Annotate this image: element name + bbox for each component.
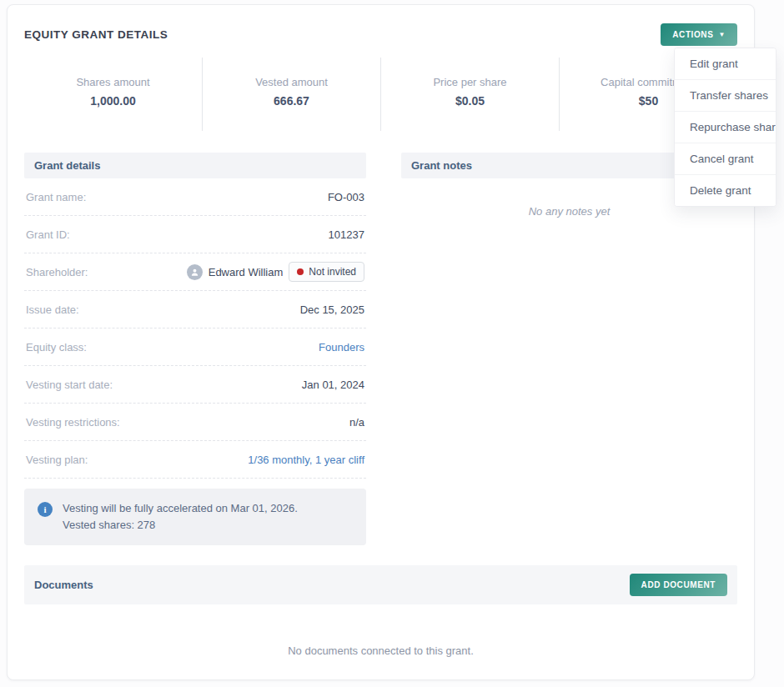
documents-empty-text: No documents connected to this grant. [24, 644, 737, 657]
stat-label: Price per share [381, 76, 559, 88]
actions-dropdown-menu: Edit grant Transfer shares Repurchase sh… [674, 48, 776, 207]
row-value: Dec 15, 2025 [300, 303, 364, 316]
chevron-down-icon: ▼ [718, 32, 726, 38]
row-value: FO-003 [328, 191, 364, 203]
row-issue-date: Issue date: Dec 15, 2025 [24, 291, 366, 328]
add-document-button[interactable]: ADD DOCUMENT [630, 574, 727, 596]
menu-item-cancel-grant[interactable]: Cancel grant [675, 143, 776, 175]
vesting-info-text: Vesting will be fully accelerated on Mar… [63, 500, 298, 534]
invite-status-label: Not invited [309, 266, 356, 278]
shareholder-avatar [187, 264, 203, 280]
info-icon: i [38, 502, 53, 517]
card-header: EQUITY GRANT DETAILS ACTIONS ▼ [24, 23, 737, 46]
actions-button-label: ACTIONS [672, 30, 713, 39]
page-title: EQUITY GRANT DETAILS [24, 23, 168, 41]
menu-item-repurchase-shares[interactable]: Repurchase shares [675, 112, 776, 143]
stat-price-per-share: Price per share $0.05 [380, 58, 559, 131]
row-vesting-restrictions: Vesting restrictions: n/a [24, 404, 366, 441]
add-document-label: ADD DOCUMENT [641, 580, 716, 589]
invite-status-badge[interactable]: Not invited [289, 262, 364, 282]
row-label: Shareholder: [26, 266, 88, 278]
menu-item-edit-grant[interactable]: Edit grant [675, 48, 776, 80]
vesting-info-box: i Vesting will be fully accelerated on M… [24, 489, 366, 545]
stat-value: $0.05 [381, 94, 559, 108]
row-label: Equity class: [26, 341, 87, 354]
stat-vested-amount: Vested amount 666.67 [202, 58, 380, 131]
shareholder-name[interactable]: Edward William [209, 266, 284, 278]
grant-details-panel: Grant details Grant name: FO-003 Grant I… [24, 153, 366, 545]
menu-item-transfer-shares[interactable]: Transfer shares [675, 80, 776, 112]
row-shareholder: Shareholder: Edward William Not invited [24, 253, 366, 291]
row-label: Grant name: [26, 191, 86, 203]
row-grant-id: Grant ID: 101237 [24, 216, 366, 253]
equity-grant-details-card: EQUITY GRANT DETAILS ACTIONS ▼ Shares am… [7, 4, 755, 680]
row-label: Vesting start date: [26, 379, 113, 391]
row-equity-class: Equity class: Founders [24, 328, 366, 366]
documents-header: Documents [34, 579, 93, 591]
actions-button[interactable]: ACTIONS ▼ [661, 23, 737, 46]
stats-strip: Shares amount 1,000.00 Vested amount 666… [24, 58, 737, 131]
vesting-info-line1: Vesting will be fully accelerated on Mar… [63, 500, 298, 517]
shareholder-value: Edward William Not invited [187, 262, 364, 282]
vesting-info-line2: Vested shares: 278 [63, 517, 298, 534]
menu-item-delete-grant[interactable]: Delete grant [675, 175, 776, 206]
person-icon [190, 268, 199, 277]
stat-label: Vested amount [203, 76, 380, 88]
row-value: 101237 [329, 228, 364, 241]
row-value: Jan 01, 2024 [302, 379, 364, 391]
row-label: Grant ID: [26, 228, 70, 241]
notes-empty-text: No any notes yet [401, 205, 737, 218]
row-value: n/a [349, 416, 364, 429]
row-label: Vesting plan: [26, 454, 88, 466]
row-label: Issue date: [26, 303, 79, 316]
grant-details-header: Grant details [24, 153, 366, 178]
row-vesting-start-date: Vesting start date: Jan 01, 2024 [24, 366, 366, 404]
status-dot-icon [297, 268, 304, 275]
stat-value: 666.67 [203, 94, 380, 108]
row-label: Vesting restrictions: [26, 416, 120, 429]
documents-bar: Documents ADD DOCUMENT [24, 565, 737, 604]
main-content: Grant details Grant name: FO-003 Grant I… [24, 153, 737, 545]
stat-shares-amount: Shares amount 1,000.00 [24, 58, 202, 131]
stat-label: Shares amount [24, 76, 202, 88]
row-vesting-plan: Vesting plan: 1/36 monthly, 1 year cliff [24, 441, 366, 479]
row-grant-name: Grant name: FO-003 [24, 178, 366, 216]
vesting-plan-link[interactable]: 1/36 monthly, 1 year cliff [248, 454, 364, 466]
stat-value: 1,000.00 [24, 94, 202, 108]
equity-class-link[interactable]: Founders [319, 341, 364, 354]
